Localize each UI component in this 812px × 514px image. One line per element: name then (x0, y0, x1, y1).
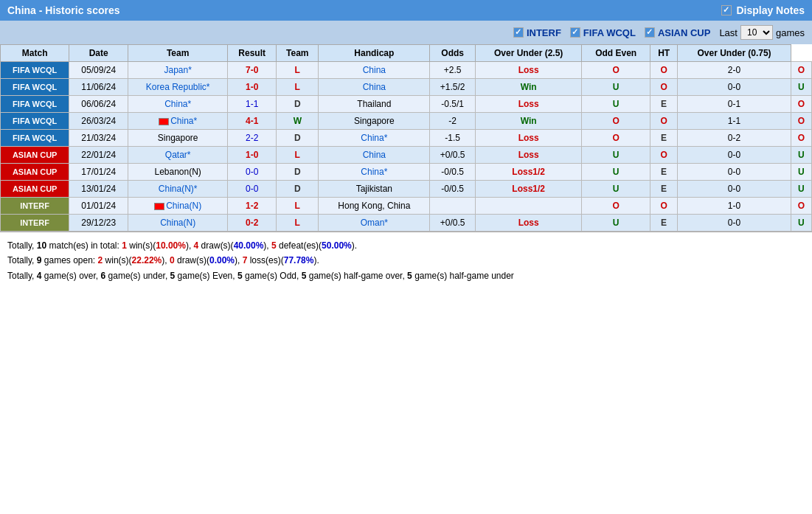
asian-cup-filter[interactable]: ASIAN CUP (645, 27, 711, 38)
ht-cell: 0-0 (678, 79, 791, 96)
filter-bar: INTERF FIFA WCQL ASIAN CUP Last 10 20 30… (0, 21, 812, 44)
table-row: INTERF29/12/23China(N)0-2LOman*+0/0.5Los… (1, 215, 812, 232)
fifa-wcql-filter[interactable]: FIFA WCQL (570, 27, 636, 38)
date-cell: 17/01/24 (69, 164, 128, 181)
interf-filter[interactable]: INTERF (513, 27, 561, 38)
team1-cell: China(N) (128, 215, 228, 232)
col-odds: Odds (430, 45, 476, 62)
team2-cell: China* (319, 164, 430, 181)
ou25-cell: O (582, 62, 650, 79)
result-cell: 1-2 (228, 198, 277, 215)
odds-cell: Loss (476, 147, 582, 164)
ht-cell: 0-0 (678, 164, 791, 181)
team1-cell: Singapore (128, 130, 228, 147)
col-result: Result (228, 45, 277, 62)
result-cell: 0-0 (228, 181, 277, 198)
odd-even-cell: E (650, 96, 677, 113)
team1-cell: China* (128, 96, 228, 113)
team2-cell: Singapore (319, 113, 430, 130)
table-row: ASIAN CUP17/01/24Lebanon(N)0-0DChina*-0/… (1, 164, 812, 181)
table-row: FIFA WCQL06/06/24China*1-1DThailand-0.5/… (1, 96, 812, 113)
ht-cell: 2-0 (678, 62, 791, 79)
odds-cell: Loss1/2 (476, 181, 582, 198)
table-row: ASIAN CUP22/01/24Qatar*1-0LChina+0/0.5Lo… (1, 147, 812, 164)
fifa-wcql-checkbox[interactable] (570, 27, 580, 38)
table-row: FIFA WCQL11/06/24Korea Republic*1-0LChin… (1, 79, 812, 96)
team2-cell: Thailand (319, 96, 430, 113)
header-right: Display Notes (721, 4, 805, 16)
odd-even-cell: E (650, 215, 677, 232)
summary-line3: Totally, 4 game(s) over, 6 game(s) under… (7, 268, 805, 283)
header: China - Historic scores Display Notes IN… (0, 0, 812, 44)
team1-cell: China(N) (128, 198, 228, 215)
ou075-cell: U (791, 164, 811, 181)
result-cell: 1-0 (228, 147, 277, 164)
flag-icon (154, 203, 164, 210)
match-type-cell: ASIAN CUP (1, 147, 69, 164)
team2-cell: Oman* (319, 215, 430, 232)
ou075-cell: O (791, 96, 811, 113)
outcome-cell: L (277, 79, 319, 96)
odds-cell: Loss1/2 (476, 164, 582, 181)
match-type-cell: ASIAN CUP (1, 164, 69, 181)
table-row: FIFA WCQL26/03/24China*4-1WSingapore-2Wi… (1, 113, 812, 130)
outcome-cell: W (277, 113, 319, 130)
date-cell: 21/03/24 (69, 130, 128, 147)
games-count-select[interactable]: 10 20 30 50 (740, 25, 773, 40)
team2-cell: Tajikistan (319, 181, 430, 198)
odd-even-cell: O (650, 113, 677, 130)
handicap-cell: -0/0.5 (430, 181, 476, 198)
table-row: FIFA WCQL05/09/24Japan*7-0LChina+2.5Loss… (1, 62, 812, 79)
col-over-under-075: Over Under (0.75) (678, 45, 791, 62)
col-odd-even: Odd Even (582, 45, 650, 62)
last-games-filter: Last 10 20 30 50 games (719, 25, 805, 40)
result-cell: 7-0 (228, 62, 277, 79)
col-date: Date (69, 45, 128, 62)
result-cell: 0-0 (228, 164, 277, 181)
ou25-cell: O (582, 130, 650, 147)
date-cell: 11/06/24 (69, 79, 128, 96)
odd-even-cell: E (650, 181, 677, 198)
ou25-cell: O (582, 113, 650, 130)
ht-cell: 0-0 (678, 147, 791, 164)
col-handicap: Handicap (319, 45, 430, 62)
team2-cell: China* (319, 130, 430, 147)
match-type-cell: FIFA WCQL (1, 113, 69, 130)
ht-cell: 0-0 (678, 181, 791, 198)
col-match: Match (1, 45, 69, 62)
last-label: Last (719, 27, 738, 38)
odds-cell: Win (476, 79, 582, 96)
summary-line1: Totally, 10 match(es) in total: 1 win(s)… (7, 238, 805, 253)
ou075-cell: O (791, 130, 811, 147)
display-notes-label: Display Notes (736, 4, 805, 16)
match-type-cell: FIFA WCQL (1, 130, 69, 147)
team2-cell: China (319, 79, 430, 96)
interf-checkbox[interactable] (513, 27, 524, 38)
date-cell: 26/03/24 (69, 113, 128, 130)
col-ht: HT (650, 45, 677, 62)
result-cell: 1-0 (228, 79, 277, 96)
handicap-cell: -1.5 (430, 130, 476, 147)
team1-cell: Japan* (128, 62, 228, 79)
odds-cell: Loss (476, 96, 582, 113)
odds-cell: Loss (476, 215, 582, 232)
table-row: INTERF01/01/24China(N)1-2LHong Kong, Chi… (1, 198, 812, 215)
match-type-cell: FIFA WCQL (1, 79, 69, 96)
ou25-cell: U (582, 181, 650, 198)
match-type-cell: FIFA WCQL (1, 96, 69, 113)
col-team2: Team (277, 45, 319, 62)
asian-cup-checkbox[interactable] (645, 27, 655, 38)
page-title: China - Historic scores (7, 4, 120, 16)
team1-cell: China(N)* (128, 181, 228, 198)
result-cell: 2-2 (228, 130, 277, 147)
date-cell: 06/06/24 (69, 96, 128, 113)
ou25-cell: U (582, 164, 650, 181)
summary-section: Totally, 10 match(es) in total: 1 win(s)… (0, 232, 812, 289)
team2-cell: China (319, 147, 430, 164)
result-cell: 0-2 (228, 215, 277, 232)
display-notes-checkbox[interactable] (721, 5, 732, 15)
table-row: FIFA WCQL21/03/24Singapore2-2DChina*-1.5… (1, 130, 812, 147)
ht-cell: 1-1 (678, 113, 791, 130)
ou25-cell: U (582, 79, 650, 96)
odds-cell (476, 198, 582, 215)
